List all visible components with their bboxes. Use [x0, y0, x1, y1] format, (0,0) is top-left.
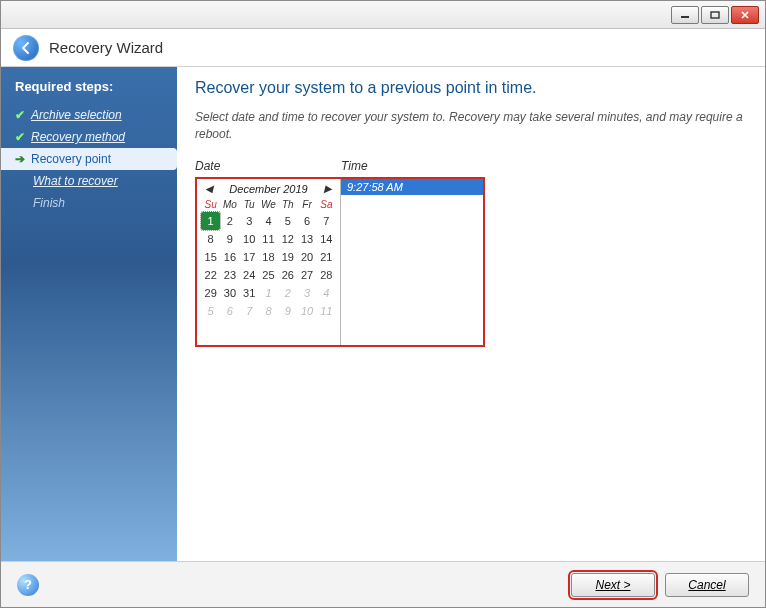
calendar-day[interactable]: 14	[317, 230, 336, 248]
calendar-day[interactable]: 8	[201, 230, 220, 248]
calendar-day-other[interactable]: 9	[278, 302, 297, 320]
sidebar-step-label: Finish	[33, 196, 65, 210]
calendar-dow-we: We	[259, 199, 278, 210]
wizard-main: Recover your system to a previous point …	[177, 67, 765, 561]
calendar-day-other[interactable]: 5	[201, 302, 220, 320]
sidebar-step-label: Recovery point	[31, 152, 111, 166]
calendar-day[interactable]: 18	[259, 248, 278, 266]
calendar-day[interactable]: 1	[201, 212, 220, 230]
calendar-day-other[interactable]: 8	[259, 302, 278, 320]
calendar[interactable]: ◀ December 2019 ▶ SuMoTuWeThFrSa 1234567…	[197, 179, 341, 345]
calendar-day[interactable]: 23	[220, 266, 239, 284]
svg-rect-1	[711, 12, 719, 18]
page-title: Recovery Wizard	[49, 39, 163, 56]
calendar-day[interactable]: 17	[240, 248, 259, 266]
calendar-day[interactable]: 26	[278, 266, 297, 284]
calendar-day[interactable]: 5	[278, 212, 297, 230]
sidebar-heading: Required steps:	[1, 75, 177, 104]
main-subtitle: Select date and time to recover your sys…	[195, 109, 747, 143]
sidebar-step-label: What to recover	[33, 174, 118, 188]
sidebar-step-label: Recovery method	[31, 130, 125, 144]
calendar-next-icon[interactable]: ▶	[322, 183, 334, 194]
cancel-button[interactable]: Cancel	[665, 573, 749, 597]
calendar-day[interactable]: 11	[259, 230, 278, 248]
calendar-day[interactable]: 7	[317, 212, 336, 230]
calendar-day[interactable]: 24	[240, 266, 259, 284]
calendar-day[interactable]: 21	[317, 248, 336, 266]
date-column-header: Date	[195, 159, 341, 177]
calendar-day[interactable]: 15	[201, 248, 220, 266]
calendar-day[interactable]: 28	[317, 266, 336, 284]
sidebar-step-0[interactable]: ✔Archive selection	[1, 104, 177, 126]
calendar-day[interactable]: 19	[278, 248, 297, 266]
calendar-day[interactable]: 2	[220, 212, 239, 230]
calendar-dow-tu: Tu	[240, 199, 259, 210]
wizard-footer: ? Next > Cancel	[1, 561, 765, 607]
calendar-day[interactable]: 6	[297, 212, 316, 230]
calendar-day[interactable]: 16	[220, 248, 239, 266]
sidebar-step-4: Finish	[1, 192, 177, 214]
sidebar-step-1[interactable]: ✔Recovery method	[1, 126, 177, 148]
minimize-button[interactable]	[671, 6, 699, 24]
calendar-day[interactable]: 12	[278, 230, 297, 248]
calendar-dow-sa: Sa	[317, 199, 336, 210]
calendar-dow-su: Su	[201, 199, 220, 210]
calendar-day[interactable]: 22	[201, 266, 220, 284]
sidebar-step-2[interactable]: ➔Recovery point	[1, 148, 177, 170]
calendar-day-other[interactable]: 4	[317, 284, 336, 302]
calendar-month-label: December 2019	[229, 183, 307, 195]
calendar-day[interactable]: 30	[220, 284, 239, 302]
calendar-day[interactable]: 25	[259, 266, 278, 284]
check-icon: ✔	[15, 130, 25, 144]
check-icon: ✔	[15, 108, 25, 122]
calendar-prev-icon[interactable]: ◀	[203, 183, 215, 194]
time-list-item[interactable]: 9:27:58 AM	[341, 179, 483, 195]
calendar-day-other[interactable]: 6	[220, 302, 239, 320]
calendar-day-other[interactable]: 7	[240, 302, 259, 320]
arrow-right-icon: ➔	[15, 152, 25, 166]
calendar-dow-fr: Fr	[297, 199, 316, 210]
wizard-sidebar: Required steps: ✔Archive selection✔Recov…	[1, 67, 177, 561]
sidebar-step-3[interactable]: What to recover	[1, 170, 177, 192]
calendar-day-other[interactable]: 11	[317, 302, 336, 320]
help-icon[interactable]: ?	[17, 574, 39, 596]
maximize-button[interactable]	[701, 6, 729, 24]
wizard-header: Recovery Wizard	[1, 29, 765, 67]
calendar-dow-mo: Mo	[220, 199, 239, 210]
calendar-day[interactable]: 3	[240, 212, 259, 230]
time-list[interactable]: 9:27:58 AM	[341, 179, 483, 345]
calendar-day-other[interactable]: 3	[297, 284, 316, 302]
calendar-dow-th: Th	[278, 199, 297, 210]
calendar-day-other[interactable]: 2	[278, 284, 297, 302]
time-column-header: Time	[341, 159, 483, 177]
calendar-day[interactable]: 4	[259, 212, 278, 230]
back-button[interactable]	[13, 35, 39, 61]
sidebar-step-label: Archive selection	[31, 108, 122, 122]
main-title: Recover your system to a previous point …	[195, 79, 747, 97]
next-button[interactable]: Next >	[571, 573, 655, 597]
calendar-day-other[interactable]: 1	[259, 284, 278, 302]
svg-rect-0	[681, 16, 689, 18]
calendar-day[interactable]: 27	[297, 266, 316, 284]
window-titlebar	[1, 1, 765, 29]
close-button[interactable]	[731, 6, 759, 24]
calendar-day[interactable]: 29	[201, 284, 220, 302]
date-time-picker: ◀ December 2019 ▶ SuMoTuWeThFrSa 1234567…	[195, 177, 485, 347]
calendar-day[interactable]: 13	[297, 230, 316, 248]
calendar-day[interactable]: 31	[240, 284, 259, 302]
calendar-day[interactable]: 20	[297, 248, 316, 266]
calendar-day[interactable]: 10	[240, 230, 259, 248]
calendar-day-other[interactable]: 10	[297, 302, 316, 320]
calendar-day[interactable]: 9	[220, 230, 239, 248]
